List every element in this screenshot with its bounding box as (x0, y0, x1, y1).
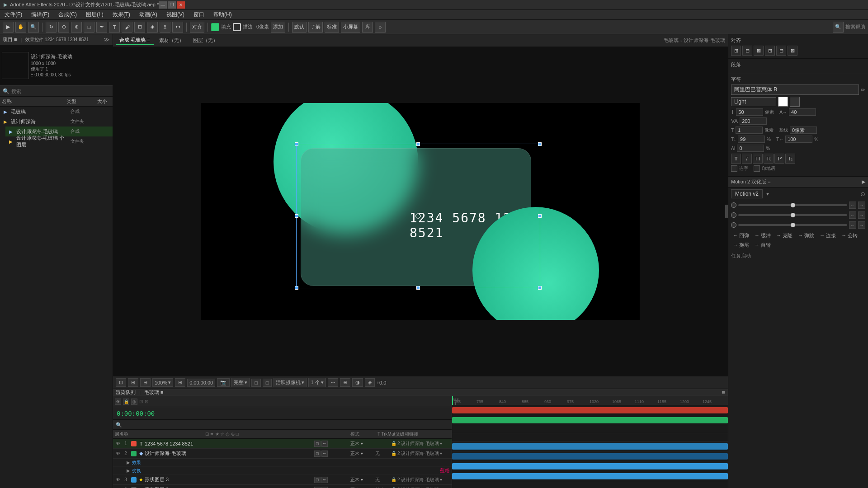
menu-comp[interactable]: 合成(C) (57, 10, 79, 19)
bold-btn[interactable]: T (731, 154, 741, 164)
small-screen-workspace[interactable]: 小屏幕 (341, 22, 360, 33)
switch-pen[interactable]: ✒ (321, 450, 328, 457)
font-style-input[interactable]: Light (731, 97, 776, 106)
layer-search[interactable] (113, 420, 452, 430)
project-item[interactable]: ▶ 毛玻璃 合成 (0, 107, 113, 117)
fill-color[interactable] (211, 23, 219, 31)
layer-eye[interactable]: 👁 (115, 451, 121, 456)
handle-bc[interactable] (416, 286, 420, 290)
learn-btn[interactable]: 了解 (308, 22, 323, 33)
snapshot-btn[interactable]: 📷 (217, 378, 230, 387)
motion-btn-1b[interactable]: → (858, 202, 865, 209)
layer-row[interactable]: 👁 3 ★ 形状图层 3 ⊡ ✒ 正常 ▾ 无 🔒 2 设计 (113, 475, 452, 485)
standard-workspace[interactable]: 标准 (325, 22, 339, 33)
menu-help[interactable]: 帮助(H) (212, 10, 234, 19)
motion-slider-2[interactable] (738, 214, 847, 216)
motion-tag-ease-out[interactable]: → 缓冲 (753, 232, 773, 239)
italic-btn[interactable]: T (742, 154, 752, 164)
project-search-input[interactable] (11, 89, 110, 94)
small-caps-btn[interactable]: Tt (764, 154, 774, 164)
puppet-tool[interactable]: ⊻ (160, 22, 170, 33)
scale-v-input[interactable] (738, 136, 765, 143)
motion-btn-3b[interactable]: → (858, 221, 865, 229)
stroke-color-swatch[interactable] (790, 97, 800, 107)
tracking-input[interactable] (736, 127, 763, 134)
handle-bl[interactable] (295, 286, 298, 290)
hand-tool[interactable]: ✋ (15, 22, 26, 33)
library-btn[interactable]: 库 (362, 22, 373, 33)
show-color[interactable]: ◈ (365, 378, 375, 387)
motion-knob-2[interactable] (731, 212, 736, 218)
layer-eye[interactable]: 👁 (115, 441, 121, 446)
panel-options[interactable]: ≫ (104, 36, 110, 43)
material-tab[interactable]: 素材（无） (156, 36, 188, 45)
switch-btn[interactable]: ⊡ (314, 487, 321, 488)
text-color-swatch[interactable] (778, 97, 788, 107)
shape-tool[interactable]: □ (84, 22, 94, 33)
default-workspace[interactable]: 默认 (292, 22, 307, 33)
handle-tc[interactable] (416, 142, 420, 146)
superscript-btn[interactable]: T² (774, 154, 784, 164)
menu-edit[interactable]: 编辑(E) (29, 10, 51, 19)
menu-effect[interactable]: 效果(T) (111, 10, 132, 19)
switch-pen[interactable]: ✒ (321, 477, 328, 483)
edit-font-icon[interactable]: ✏ (861, 87, 865, 93)
motion-tag-bounce-in[interactable]: ← 回弹 (731, 232, 751, 239)
zoom-dropdown[interactable]: 100% ▾ (152, 378, 173, 387)
switch-btn[interactable]: ⊡ (314, 450, 321, 457)
toggle-view-btn[interactable]: ⊡ (116, 378, 126, 387)
layer-eye-all[interactable]: 👁 (115, 399, 121, 405)
motion-tag-connect[interactable]: → 连接 (818, 232, 838, 239)
viewport[interactable]: 1234 5678 1234 8521 (113, 47, 728, 376)
motion2-expand[interactable]: ▶ (862, 179, 865, 185)
align-left[interactable]: ⊞ (731, 46, 741, 56)
layer-search-input[interactable] (116, 422, 449, 427)
brush-tool[interactable]: 🖌 (122, 22, 132, 33)
kerning-input[interactable]: 40 (789, 108, 816, 116)
breadcrumb-root[interactable]: 毛玻璃 (664, 37, 679, 44)
align-btn[interactable]: 对齐 (190, 22, 204, 33)
stroke-color[interactable] (233, 23, 241, 31)
hindi-checkbox[interactable] (754, 165, 760, 172)
clone-tool[interactable]: ⊞ (134, 22, 145, 33)
layer-row[interactable]: 👁 1 T 1234 5678 1234 8521 ⊡ ✒ 正常 ▾ 🔒 (113, 439, 452, 449)
menu-layer[interactable]: 图层(L) (84, 10, 105, 19)
align-top[interactable]: ⊞ (765, 46, 775, 56)
search-bar[interactable]: 🔍 (0, 86, 113, 97)
breadcrumb-current[interactable]: 设计师深海-毛玻璃 (684, 37, 725, 44)
motion-tag-orbit[interactable]: → 公转 (840, 232, 859, 239)
handle-tr[interactable] (538, 142, 542, 146)
menu-view[interactable]: 视图(V) (165, 10, 186, 19)
playhead[interactable] (452, 396, 453, 405)
font-family-input[interactable]: 阿里巴巴普惠体 B (731, 84, 859, 95)
layer-tab[interactable]: 图层（无） (189, 36, 222, 45)
eraser-tool[interactable]: ◈ (147, 22, 158, 33)
align-right[interactable]: ⊠ (754, 46, 764, 56)
motion-knob-1[interactable] (731, 202, 736, 208)
timeline-options[interactable]: ≡ (722, 389, 725, 396)
project-item[interactable]: ▶ 设计师深海-毛玻璃 个图层 文件夹 (5, 136, 113, 146)
more-workspaces[interactable]: » (375, 22, 386, 33)
align-center-v[interactable]: ⊟ (776, 46, 786, 56)
rotate-tool[interactable]: ↻ (46, 22, 57, 33)
layer-lock-all[interactable]: 🔒 (123, 399, 129, 405)
search-btn[interactable]: 🔍 (833, 22, 844, 33)
toggle-render[interactable]: □ (251, 379, 261, 387)
effect-controls-tab[interactable]: 效果控件 1234 5678 1234 8521 (25, 37, 89, 43)
motion2-settings[interactable]: ⊙ (860, 191, 865, 197)
subscript-btn[interactable]: T₂ (785, 154, 795, 164)
camera-pan-tool[interactable]: ⊕ (71, 22, 82, 33)
switch-btn[interactable]: ⊡ (314, 441, 321, 447)
all-caps-btn[interactable]: TT (753, 154, 763, 164)
camera-orbit-tool[interactable]: ⊙ (58, 22, 69, 33)
align-bottom[interactable]: ⊠ (788, 46, 797, 56)
layer-sub-row[interactable]: ▶ 变换 蓝粉 (113, 467, 452, 475)
motion-knob-3[interactable] (731, 222, 736, 228)
motion-tag-bounce[interactable]: → 弹跳 (796, 232, 816, 239)
ligature-checkbox[interactable] (731, 165, 737, 172)
timeline-tracks[interactable]: 755 755 795 840 885 930 975 1020 1 (452, 396, 728, 488)
align-center-h[interactable]: ⊟ (742, 46, 752, 56)
motion-tag-clone[interactable]: → 克隆 (774, 232, 794, 239)
layer-solo-all[interactable]: ◎ (131, 399, 137, 405)
layer-row[interactable]: 👁 3 □ 调整图层 3 ⊡ ✒ ✓ 正常 ▾ Alpha � (113, 485, 452, 488)
